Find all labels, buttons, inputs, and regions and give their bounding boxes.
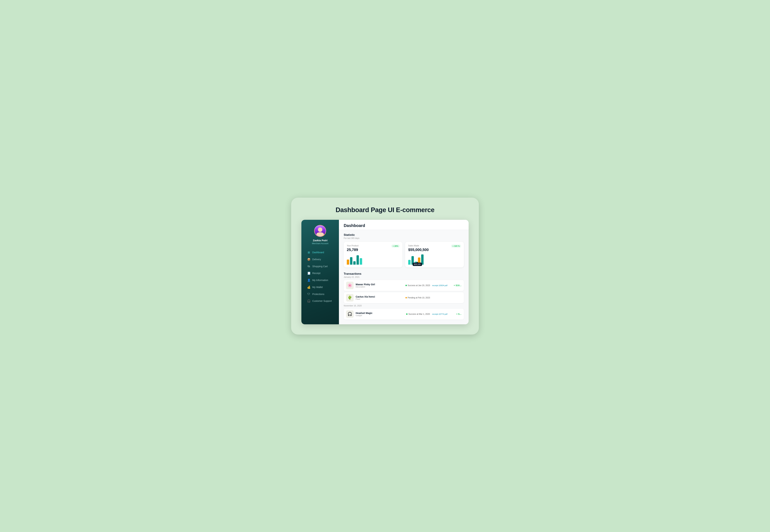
my-wallet-icon: 💰 bbox=[307, 286, 310, 289]
receipt-link[interactable]: receipt-10934.pdf bbox=[432, 284, 451, 286]
shopping-cart-icon: 🛍 bbox=[307, 265, 310, 268]
transaction-category: Decoration bbox=[356, 286, 403, 288]
statistic-title: Statistic bbox=[344, 233, 464, 237]
my-information-icon: 👤 bbox=[307, 279, 310, 282]
bar-chart bbox=[347, 254, 399, 265]
product-thumb: 🎧 bbox=[346, 310, 354, 318]
sidebar-item-receipt[interactable]: 🧾 Receipt bbox=[303, 270, 337, 277]
transactions-title: Transactions bbox=[344, 272, 464, 276]
main-body: Statistic For last 365 days Your Product… bbox=[339, 230, 469, 324]
transaction-name: Mawar Pinky Girl bbox=[356, 283, 403, 286]
bar bbox=[350, 257, 352, 265]
transaction-item: 🌸 Mawar Pinky Girl Decoration Success at… bbox=[344, 280, 464, 291]
transaction-category: Gadget bbox=[356, 314, 404, 316]
status-dot bbox=[406, 313, 408, 315]
bar bbox=[408, 260, 411, 265]
transaction-info: Headset Magic Gadget bbox=[356, 312, 404, 316]
sidebar-item-label: Delivery bbox=[312, 258, 321, 261]
receipt-icon: 🧾 bbox=[307, 272, 310, 275]
sidebar-item-my-information[interactable]: 👤 My Information bbox=[303, 277, 337, 284]
receipt-link[interactable]: receipt-10774.pdf bbox=[432, 313, 451, 315]
avatar bbox=[314, 225, 326, 237]
sidebar-item-label: Dashboard bbox=[312, 251, 324, 254]
main-content: Dashboard Statistic For last 365 days Yo… bbox=[339, 220, 469, 324]
stat-badge: + 28% bbox=[391, 245, 400, 248]
transaction-status: Pending at Feb 10, 2023 bbox=[405, 297, 430, 299]
product-thumb: 🌸 bbox=[346, 282, 354, 289]
bar bbox=[357, 255, 359, 265]
stat-value: $55,000,500 bbox=[408, 248, 461, 252]
bar bbox=[360, 258, 362, 265]
transaction-amount: + $... bbox=[453, 313, 461, 315]
sidebar-item-label: Receipt bbox=[312, 272, 321, 275]
stat-value: 25,789 bbox=[347, 248, 399, 252]
status-dot bbox=[405, 297, 407, 298]
transaction-amount: + $18... bbox=[453, 284, 461, 287]
transaction-item: 🌵 Cactus Xia honci Plant Pending at Feb … bbox=[344, 292, 464, 303]
transaction-item: 🎧 Headset Magic Gadget Success at Mar 1,… bbox=[344, 309, 464, 320]
status-text: Pending at Feb 10, 2023 bbox=[408, 297, 430, 299]
transaction-date: November 16, 2020 bbox=[344, 305, 464, 307]
transaction-category: Plant bbox=[356, 298, 403, 300]
transaction-date: January 22, 2021 bbox=[344, 276, 464, 278]
bar bbox=[353, 261, 356, 265]
sidebar-item-customer-support[interactable]: 🎧 Customer Support bbox=[303, 298, 337, 304]
delivery-icon: 📦 bbox=[307, 258, 310, 261]
protections-icon: 🛡 bbox=[307, 293, 310, 296]
sidebar: Zaskia Putri Merchant Account ⊞ Dashboar… bbox=[301, 220, 339, 324]
sidebar-item-label: My Wallet bbox=[312, 286, 323, 289]
transaction-name: Cactus Xia honci bbox=[356, 295, 403, 298]
transaction-info: Cactus Xia honci Plant bbox=[356, 295, 403, 300]
sidebar-item-shopping-cart[interactable]: 🛍 Shopping Cart bbox=[303, 263, 337, 270]
sidebar-item-label: Customer Support bbox=[312, 300, 332, 302]
bar-chart: $20,345 bbox=[408, 254, 461, 265]
transaction-name: Headset Magic bbox=[356, 312, 404, 314]
sidebar-item-label: Shopping Cart bbox=[312, 265, 328, 268]
status-text: Success at Jan 20, 2023 bbox=[408, 284, 430, 287]
transaction-info: Mawar Pinky Girl Decoration bbox=[356, 283, 403, 288]
product-thumb: 🌵 bbox=[346, 294, 354, 301]
sidebar-item-protections[interactable]: 🛡 Protections bbox=[303, 291, 337, 297]
stat-card-0: Your Product 25,789 + 28% bbox=[344, 242, 402, 267]
sidebar-item-delivery[interactable]: 📦 Delivery bbox=[303, 256, 337, 263]
chart-tooltip: $20,345 bbox=[413, 263, 422, 266]
sidebar-item-label: Protections bbox=[312, 293, 324, 295]
sidebar-item-my-wallet[interactable]: 💰 My Wallet bbox=[303, 284, 337, 291]
transaction-status: Success at Jan 20, 2023 bbox=[405, 284, 430, 287]
status-text: Success at Mar 1, 2020 bbox=[408, 313, 430, 315]
sidebar-item-label: My Information bbox=[312, 279, 328, 282]
sidebar-item-dashboard[interactable]: ⊞ Dashboard bbox=[303, 249, 337, 256]
stats-row: Your Product 25,789 + 28% Sales Made $55… bbox=[344, 242, 464, 267]
stat-card-1: Sales Made $55,000,500 + 320 % $20,345 bbox=[405, 242, 464, 267]
statistic-subtitle: For last 365 days bbox=[344, 237, 464, 239]
bar bbox=[347, 260, 349, 265]
transaction-status: Success at Mar 1, 2020 bbox=[406, 313, 430, 315]
user-role: Merchant Account bbox=[312, 242, 328, 245]
stat-badge: + 320 % bbox=[451, 245, 461, 248]
avatar-figure bbox=[315, 225, 326, 236]
dashboard-icon: ⊞ bbox=[307, 251, 310, 254]
dashboard-shell: Zaskia Putri Merchant Account ⊞ Dashboar… bbox=[301, 220, 469, 324]
main-header-title: Dashboard bbox=[344, 223, 464, 228]
status-dot bbox=[405, 285, 407, 286]
transactions-container: January 22, 2021 🌸 Mawar Pinky Girl Deco… bbox=[344, 276, 464, 320]
customer-support-icon: 🎧 bbox=[307, 299, 310, 303]
device-frame: Dashboard Page UI E-commerce Zaskia Putr… bbox=[291, 198, 479, 335]
user-name: Zaskia Putri bbox=[313, 239, 328, 242]
nav-menu: ⊞ Dashboard📦 Delivery🛍 Shopping Cart🧾 Re… bbox=[301, 249, 339, 305]
main-header: Dashboard bbox=[339, 220, 469, 230]
page-title: Dashboard Page UI E-commerce bbox=[301, 206, 469, 214]
